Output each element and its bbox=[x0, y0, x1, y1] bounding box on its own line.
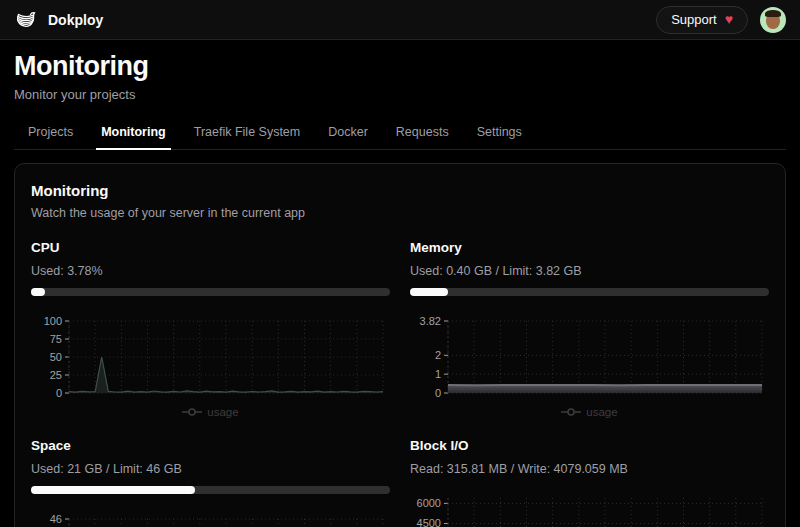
memory-chart-wrap: 3.82210 usage bbox=[410, 315, 769, 418]
space-chart: 4630150 bbox=[31, 513, 389, 527]
svg-text:0: 0 bbox=[435, 387, 441, 399]
memory-progress-bar bbox=[410, 288, 769, 296]
svg-text:1: 1 bbox=[435, 368, 441, 380]
blockio-label: Block I/O bbox=[410, 438, 769, 453]
blockio-chart-wrap: 60004500300015000 bbox=[410, 492, 769, 527]
page-title: Monitoring bbox=[14, 51, 786, 82]
blockio-metric: Block I/O Read: 315.81 MB / Write: 4079.… bbox=[410, 418, 769, 527]
blockio-usage-text: Read: 315.81 MB / Write: 4079.059 MB bbox=[410, 462, 769, 476]
legend-line-icon bbox=[182, 407, 202, 417]
memory-label: Memory bbox=[410, 240, 769, 255]
memory-chart-legend: usage bbox=[410, 406, 769, 418]
svg-text:25: 25 bbox=[50, 369, 62, 381]
tab-projects[interactable]: Projects bbox=[14, 116, 87, 149]
svg-text:3.82: 3.82 bbox=[420, 315, 441, 327]
space-progress-fill bbox=[31, 486, 195, 494]
tab-monitoring[interactable]: Monitoring bbox=[87, 116, 180, 149]
cpu-usage-text: Used: 3.78% bbox=[31, 264, 390, 278]
tab-traefik-file-system[interactable]: Traefik File System bbox=[180, 116, 315, 149]
svg-text:75: 75 bbox=[50, 333, 62, 345]
nav-right: Support ♥ bbox=[656, 6, 786, 34]
svg-text:50: 50 bbox=[50, 351, 62, 363]
space-usage-text: Used: 21 GB / Limit: 46 GB bbox=[31, 462, 390, 476]
brand[interactable]: Dokploy bbox=[14, 8, 103, 32]
cpu-chart: 1007550250 bbox=[31, 315, 389, 401]
tab-settings[interactable]: Settings bbox=[463, 116, 536, 149]
svg-text:6000: 6000 bbox=[417, 497, 441, 509]
legend-line-icon bbox=[561, 407, 581, 417]
space-label: Space bbox=[31, 438, 390, 453]
top-nav: Dokploy Support ♥ bbox=[0, 0, 800, 40]
monitoring-card: Monitoring Watch the usage of your serve… bbox=[14, 163, 786, 527]
support-button[interactable]: Support ♥ bbox=[656, 6, 748, 34]
svg-text:4500: 4500 bbox=[417, 517, 441, 527]
memory-usage-text: Used: 0.40 GB / Limit: 3.82 GB bbox=[410, 264, 769, 278]
space-progress-bar bbox=[31, 486, 390, 494]
svg-text:100: 100 bbox=[44, 315, 62, 327]
cpu-chart-legend: usage bbox=[31, 406, 390, 418]
memory-metric: Memory Used: 0.40 GB / Limit: 3.82 GB 3.… bbox=[410, 220, 769, 418]
main-content: Monitoring Monitor your projects Project… bbox=[0, 51, 800, 527]
heart-icon: ♥ bbox=[725, 12, 733, 26]
user-avatar[interactable] bbox=[760, 7, 786, 33]
metrics-grid: CPU Used: 3.78% 1007550250 usage bbox=[31, 220, 769, 527]
svg-text:2: 2 bbox=[435, 349, 441, 361]
memory-chart: 3.82210 bbox=[410, 315, 768, 401]
memory-progress-fill bbox=[410, 288, 448, 296]
dokploy-whale-logo-icon bbox=[14, 8, 38, 32]
memory-legend-label: usage bbox=[586, 406, 617, 418]
svg-text:46: 46 bbox=[50, 513, 62, 525]
svg-text:0: 0 bbox=[56, 387, 62, 399]
tab-docker[interactable]: Docker bbox=[314, 116, 382, 149]
tab-bar: Projects Monitoring Traefik File System … bbox=[14, 116, 786, 150]
brand-name: Dokploy bbox=[48, 12, 103, 28]
cpu-legend-label: usage bbox=[207, 406, 238, 418]
blockio-chart: 60004500300015000 bbox=[410, 492, 768, 527]
support-button-label: Support bbox=[671, 12, 717, 27]
tab-requests[interactable]: Requests bbox=[382, 116, 463, 149]
avatar-hair bbox=[765, 10, 781, 17]
cpu-progress-fill bbox=[31, 288, 45, 296]
card-title: Monitoring bbox=[31, 182, 769, 199]
space-chart-wrap: 4630150 bbox=[31, 513, 390, 527]
cpu-label: CPU bbox=[31, 240, 390, 255]
card-description: Watch the usage of your server in the cu… bbox=[31, 206, 769, 220]
page-subtitle: Monitor your projects bbox=[14, 87, 786, 102]
cpu-progress-bar bbox=[31, 288, 390, 296]
cpu-chart-wrap: 1007550250 usage bbox=[31, 315, 390, 418]
cpu-metric: CPU Used: 3.78% 1007550250 usage bbox=[31, 220, 390, 418]
space-metric: Space Used: 21 GB / Limit: 46 GB 4630150 bbox=[31, 418, 390, 527]
